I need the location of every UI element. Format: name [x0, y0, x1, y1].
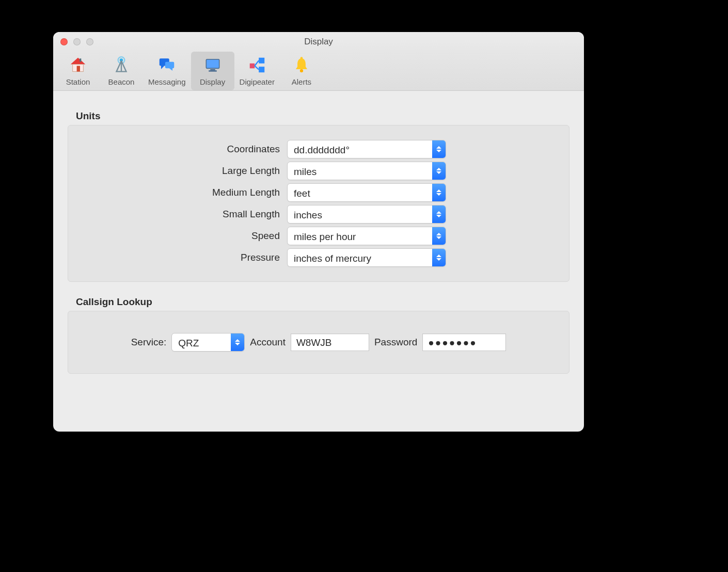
toolbar-label: Messaging [148, 77, 186, 86]
window-controls [60, 38, 93, 45]
toolbar-item-digipeater[interactable]: Digipeater [234, 52, 280, 90]
input-account[interactable]: W8WJB [291, 333, 369, 351]
row-pressure: Pressure inches of mercury [84, 248, 553, 267]
svg-rect-2 [77, 66, 80, 72]
select-value: miles per hour [288, 227, 432, 245]
row-speed: Speed miles per hour [84, 227, 553, 245]
row-small-length: Small Length inches [84, 205, 553, 224]
stepper-arrows-icon [432, 205, 446, 223]
svg-rect-11 [206, 59, 219, 68]
label-large-length: Large Length [84, 165, 280, 177]
toolbar-label: Station [66, 77, 90, 86]
stepper-arrows-icon [432, 227, 446, 245]
titlebar: Display [53, 32, 584, 52]
stepper-arrows-icon [432, 249, 446, 266]
select-value: inches [288, 205, 432, 223]
label-speed: Speed [84, 230, 280, 242]
svg-rect-15 [259, 67, 264, 72]
toolbar-label: Alerts [292, 77, 311, 86]
network-icon [247, 55, 267, 75]
svg-point-17 [300, 69, 303, 72]
preferences-toolbar: Station Beacon [53, 52, 584, 91]
label-service: Service: [131, 337, 167, 348]
stepper-arrows-icon [432, 140, 446, 158]
row-large-length: Large Length miles [84, 162, 553, 180]
input-password[interactable]: ●●●●●●● [422, 333, 506, 351]
stepper-arrows-icon [432, 162, 446, 180]
preferences-window: Display Station [53, 32, 584, 432]
lookup-panel: Service: QRZ Account W8WJB Password ●●●●… [68, 311, 569, 374]
input-value: ●●●●●●● [428, 337, 477, 348]
svg-rect-14 [259, 58, 264, 63]
svg-marker-0 [71, 58, 86, 65]
section-title-units: Units [76, 110, 569, 122]
svg-rect-12 [210, 69, 215, 70]
select-large-length[interactable]: miles [287, 162, 446, 180]
toolbar-item-station[interactable]: Station [56, 52, 100, 90]
chat-icon [156, 55, 177, 75]
select-value: QRZ [172, 333, 231, 351]
input-value: W8WJB [296, 337, 332, 348]
select-speed[interactable]: miles per hour [287, 227, 446, 245]
toolbar-item-display[interactable]: Display [191, 52, 234, 90]
label-medium-length: Medium Length [84, 187, 280, 198]
minimize-window-button[interactable] [73, 38, 81, 45]
row-coordinates: Coordinates dd.ddddddd° [84, 140, 553, 158]
toolbar-item-messaging[interactable]: Messaging [143, 52, 191, 90]
label-small-length: Small Length [84, 209, 280, 220]
label-pressure: Pressure [84, 252, 280, 263]
stepper-arrows-icon [231, 333, 244, 351]
select-pressure[interactable]: inches of mercury [287, 248, 446, 267]
select-value: inches of mercury [288, 249, 432, 266]
label-coordinates: Coordinates [84, 144, 280, 155]
svg-rect-9 [165, 62, 174, 69]
toolbar-item-alerts[interactable]: Alerts [280, 52, 323, 90]
select-value: dd.ddddddd° [288, 140, 432, 158]
toolbar-label: Display [200, 77, 225, 86]
select-value: miles [288, 162, 432, 180]
svg-point-18 [300, 57, 303, 59]
stepper-arrows-icon [432, 184, 446, 201]
select-medium-length[interactable]: feet [287, 183, 446, 202]
svg-rect-13 [209, 70, 217, 71]
select-value: feet [288, 184, 432, 201]
svg-rect-16 [249, 63, 255, 68]
select-service[interactable]: QRZ [171, 333, 245, 352]
select-coordinates[interactable]: dd.ddddddd° [287, 140, 446, 158]
bell-icon [291, 55, 312, 75]
house-icon [68, 55, 88, 75]
toolbar-label: Beacon [108, 77, 135, 86]
svg-rect-3 [80, 58, 81, 61]
label-account: Account [250, 337, 286, 348]
lookup-row: Service: QRZ Account W8WJB Password ●●●●… [84, 323, 553, 362]
content-area: Units Coordinates dd.ddddddd° Large Leng… [53, 91, 584, 432]
units-panel: Coordinates dd.ddddddd° Large Length mil… [68, 125, 569, 282]
select-small-length[interactable]: inches [287, 205, 446, 224]
antenna-icon [111, 55, 132, 75]
window-title: Display [53, 37, 584, 47]
section-title-lookup: Callsign Lookup [76, 296, 569, 308]
toolbar-item-beacon[interactable]: Beacon [100, 52, 143, 90]
close-window-button[interactable] [60, 38, 68, 45]
label-password: Password [374, 337, 417, 348]
monitor-icon [202, 55, 223, 75]
row-medium-length: Medium Length feet [84, 183, 553, 202]
zoom-window-button[interactable] [86, 38, 93, 45]
toolbar-label: Digipeater [240, 77, 275, 86]
